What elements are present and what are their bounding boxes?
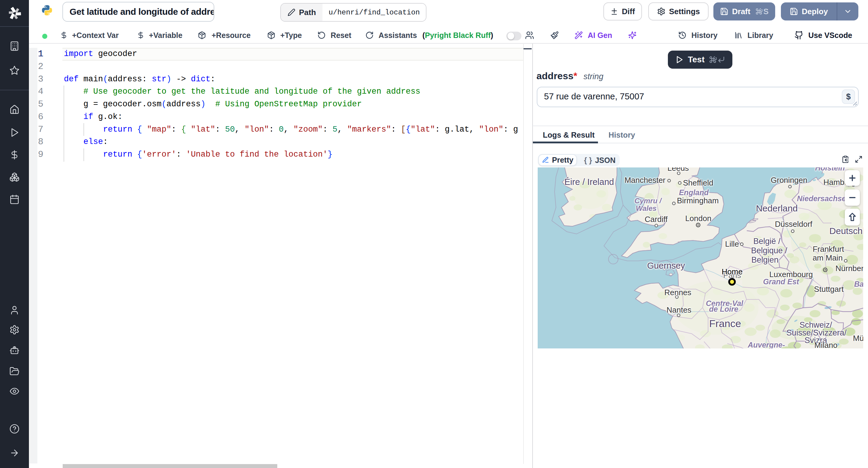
svg-text:London: London [685,214,712,223]
svg-text:Cymru /: Cymru / [634,197,662,205]
svg-text:Guernsey: Guernsey [647,261,685,270]
svg-text:Leeds: Leeds [668,167,689,173]
svg-text:Rennes: Rennes [664,288,691,297]
svg-text:Sheffield: Sheffield [683,178,713,187]
svg-text:Éire / Ireland: Éire / Ireland [564,177,614,187]
svg-text:England: England [679,188,709,197]
svg-text:Nantes: Nantes [667,305,691,314]
svg-text:Deutschland: Deutschland [830,226,863,236]
svg-text:am Main: am Main [812,253,843,262]
svg-text:Stuttgart: Stuttgart [814,285,844,294]
svg-text:België /: België / [753,237,781,246]
svg-text:Birmingham: Birmingham [677,196,719,205]
svg-text:Holstein: Holstein [815,167,845,172]
svg-text:Home: Home [722,267,743,276]
svg-text:France: France [709,318,741,329]
svg-text:Niedersachsen: Niedersachsen [797,194,850,203]
svg-text:Grand Est: Grand Est [763,277,800,286]
svg-text:Nederland: Nederland [756,203,798,213]
svg-text:Lille: Lille [725,239,739,248]
svg-text:Auvergne-: Auvergne- [747,341,785,348]
svg-text:Milano: Milano [814,341,838,348]
svg-text:Wales: Wales [636,204,657,212]
svg-text:Frankfurt: Frankfurt [812,244,844,254]
svg-text:de Loire: de Loire [709,305,738,313]
svg-text:Manchester: Manchester [624,175,665,185]
svg-text:Belgique /: Belgique / [751,246,787,255]
svg-text:Groningen: Groningen [771,175,807,185]
svg-text:Düsseldorf: Düsseldorf [775,220,812,229]
svg-text:München: München [853,334,863,343]
svg-text:Cardiff: Cardiff [645,215,668,224]
svg-text:Belgien: Belgien [751,256,778,264]
svg-text:Bay: Bay [854,280,863,288]
svg-text:Nürnberg: Nürnberg [835,264,863,273]
